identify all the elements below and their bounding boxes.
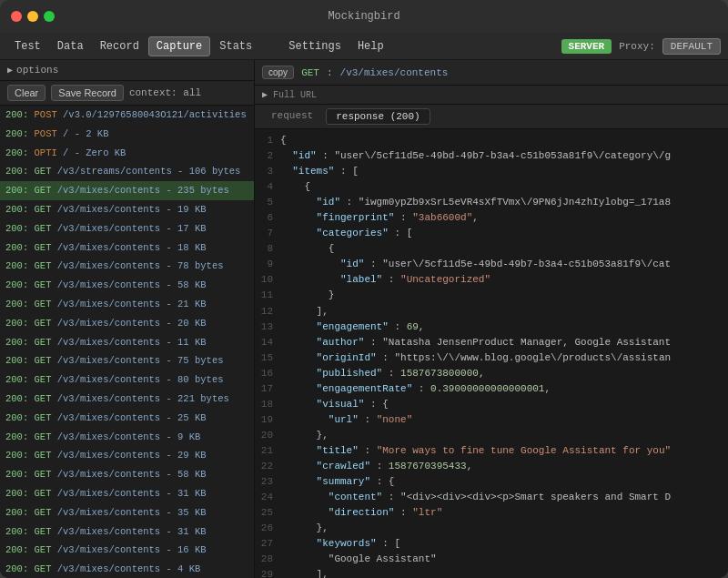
toolbar-bar: Clear Save Record context: all <box>0 81 254 106</box>
menu-test[interactable]: Test <box>7 37 48 56</box>
menu-settings[interactable]: Settings <box>281 37 349 56</box>
list-item[interactable]: 200: GET /v3/mixes/contents - 31 KB <box>0 484 254 503</box>
save-record-button[interactable]: Save Record <box>51 85 124 101</box>
table-row: 22 "crawled" : 1587670395433, <box>255 459 728 474</box>
right-panel: copy GET : /v3/mixes/contents ▶ Full URL… <box>255 60 728 578</box>
tabs-bar: request response (200) <box>255 105 728 129</box>
list-item[interactable]: 200: GET /v3/streams/contents - 106 byte… <box>0 162 254 181</box>
list-item[interactable]: 200: GET /v3/mixes/contents - 4 KB <box>0 560 254 578</box>
table-row: 12 ], <box>255 304 728 319</box>
table-row: 29 ], <box>255 567 728 578</box>
table-row: 14 "author" : "Natasha JensenProduct Man… <box>255 335 728 350</box>
list-item[interactable]: 200: OPTI / - Zero KB <box>0 144 254 163</box>
menu-capture[interactable]: Capture <box>148 36 210 56</box>
menu-data[interactable]: Data <box>50 37 91 56</box>
table-row: 19 "url" : "none" <box>255 412 728 428</box>
list-item[interactable]: 200: GET /v3/mixes/contents - 78 bytes <box>0 257 254 276</box>
table-row: 11 } <box>255 288 728 303</box>
clear-button[interactable]: Clear <box>7 85 46 101</box>
minimize-button[interactable] <box>27 11 38 22</box>
url-path: /v3/mixes/contents <box>340 67 449 78</box>
proxy-label: Proxy: <box>619 41 655 52</box>
table-row: 13 "engagement" : 69, <box>255 319 728 335</box>
left-panel: ▶ options Clear Save Record context: all… <box>0 60 255 578</box>
table-row: 16 "published" : 1587673800000, <box>255 366 728 381</box>
table-row: 6 "fingerprint" : "3ab6600d", <box>255 210 728 226</box>
options-bar: ▶ options <box>0 60 254 81</box>
list-item[interactable]: 200: GET /v3/mixes/contents - 21 KB <box>0 295 254 314</box>
app-window: Mockingbird Test Data Record Capture Sta… <box>0 0 728 578</box>
maximize-button[interactable] <box>44 11 55 22</box>
titlebar: Mockingbird <box>0 0 728 33</box>
table-row: 5 "id" : "iwgm0ypZb9xSrL5eVR4sXfTVmx\/9P… <box>255 195 728 210</box>
table-row: 25 "direction" : "ltr" <box>255 505 728 521</box>
list-item[interactable]: 200: GET /v3/mixes/contents - 58 KB <box>0 465 254 484</box>
list-item[interactable]: 200: GET /v3/mixes/contents - 35 KB <box>0 503 254 522</box>
table-row: 8 { <box>255 241 728 257</box>
list-item[interactable]: 200: GET /v3/mixes/contents - 29 KB <box>0 446 254 465</box>
table-row: 28 "Google Assistant" <box>255 552 728 567</box>
list-item[interactable]: 200: POST /v3.0/12976580043O121/activiti… <box>0 106 254 125</box>
table-row: 2 "id" : "user\/5cf11d5e-49bd-49b7-b3a4-… <box>255 148 728 164</box>
tab-request[interactable]: request <box>262 108 322 125</box>
context-label: context: all <box>129 87 201 98</box>
tab-response[interactable]: response (200) <box>326 108 430 125</box>
url-bar: copy GET : /v3/mixes/contents <box>255 60 728 86</box>
list-item[interactable]: 200: GET /v3/mixes/contents - 19 KB <box>0 200 254 219</box>
request-list: 200: POST /v3.0/12976580043O121/activiti… <box>0 106 254 578</box>
table-row: 20 }, <box>255 428 728 443</box>
list-item[interactable]: 200: GET /v3/mixes/contents - 9 KB <box>0 428 254 447</box>
list-item[interactable]: 200: GET /v3/mixes/contents - 17 KB <box>0 219 254 238</box>
main-area: ▶ options Clear Save Record context: all… <box>0 60 728 578</box>
table-row: 21 "title" : "More ways to fine tune Goo… <box>255 443 728 459</box>
table-row: 27 "keywords" : [ <box>255 536 728 552</box>
list-item[interactable]: 200: GET /v3/mixes/contents - 80 bytes <box>0 370 254 390</box>
options-label: options <box>16 65 58 76</box>
table-row: 24 "content" : "<div><div><div><p>Smart … <box>255 490 728 505</box>
table-row: 3 "items" : [ <box>255 164 728 179</box>
menubar-left: Test Data Record Capture Stats Settings … <box>7 36 391 56</box>
expand-icon: ▶ <box>262 89 268 100</box>
list-item[interactable]: 200: POST / - 2 KB <box>0 125 254 144</box>
table-row: 1{ <box>255 133 728 148</box>
full-url-bar: ▶ Full URL <box>255 86 728 105</box>
server-badge: SERVER <box>561 39 612 54</box>
list-item[interactable]: 200: GET /v3/mixes/contents - 25 KB <box>0 409 254 428</box>
table-row: 26 }, <box>255 521 728 536</box>
menubar-right: SERVER Proxy: DEFAULT <box>561 38 721 55</box>
list-item[interactable]: 200: GET /v3/mixes/contents - 16 KB <box>0 541 254 560</box>
list-item[interactable]: 200: GET /v3/mixes/contents - 75 bytes <box>0 351 254 370</box>
table-row: 23 "summary" : { <box>255 474 728 490</box>
list-item[interactable]: 200: GET /v3/mixes/contents - 221 bytes <box>0 390 254 409</box>
menu-record[interactable]: Record <box>93 37 147 56</box>
play-icon: ▶ <box>7 65 13 76</box>
table-row: 4 { <box>255 179 728 195</box>
list-item[interactable]: 200: GET /v3/mixes/contents - 18 KB <box>0 238 254 258</box>
list-item[interactable]: 200: GET /v3/mixes/contents - 31 KB <box>0 522 254 542</box>
code-view: 1{2 "id" : "user\/5cf11d5e-49bd-49b7-b3a… <box>255 129 728 578</box>
close-button[interactable] <box>11 11 22 22</box>
table-row: 15 "originId" : "https:\/\/www.blog.goog… <box>255 350 728 366</box>
menu-stats[interactable]: Stats <box>212 37 259 56</box>
copy-button[interactable]: copy <box>262 66 294 79</box>
table-row: 7 "categories" : [ <box>255 226 728 241</box>
full-url-label: Full URL <box>273 90 317 100</box>
app-title: Mockingbird <box>328 10 399 23</box>
traffic-lights <box>11 11 55 22</box>
list-item[interactable]: 200: GET /v3/mixes/contents - 58 KB <box>0 276 254 295</box>
list-item[interactable]: 200: GET /v3/mixes/contents - 11 KB <box>0 333 254 352</box>
url-separator: : <box>327 67 333 78</box>
table-row: 10 "label" : "Uncategorized" <box>255 272 728 288</box>
list-item[interactable]: 200: GET /v3/mixes/contents - 235 bytes <box>0 181 254 200</box>
default-badge: DEFAULT <box>662 38 721 55</box>
table-row: 18 "visual" : { <box>255 397 728 412</box>
menu-help[interactable]: Help <box>350 37 391 56</box>
table-row: 9 "id" : "user\/5cf11d5e-49bd-49b7-b3a4-… <box>255 257 728 272</box>
table-row: 17 "engagementRate" : 0.3900000000000000… <box>255 381 728 397</box>
url-method: GET <box>301 67 319 78</box>
list-item[interactable]: 200: GET /v3/mixes/contents - 20 KB <box>0 314 254 333</box>
menubar: Test Data Record Capture Stats Settings … <box>0 33 728 60</box>
